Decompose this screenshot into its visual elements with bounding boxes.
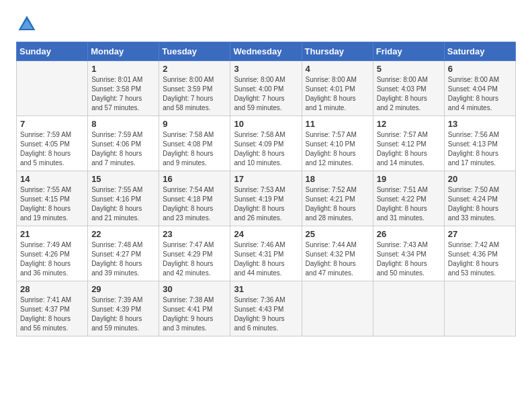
day-number: 25 xyxy=(306,229,369,239)
calendar-week-row: 7Sunrise: 7:59 AMSunset: 4:05 PMDaylight… xyxy=(17,116,516,171)
calendar-cell: 20Sunrise: 7:50 AMSunset: 4:24 PMDayligh… xyxy=(444,171,515,226)
calendar-cell: 7Sunrise: 7:59 AMSunset: 4:05 PMDaylight… xyxy=(17,116,88,171)
weekday-header-row: SundayMondayTuesdayWednesdayThursdayFrid… xyxy=(17,42,516,61)
calendar-cell: 30Sunrise: 7:38 AMSunset: 4:41 PMDayligh… xyxy=(159,281,230,336)
weekday-header-wednesday: Wednesday xyxy=(230,42,302,61)
day-number: 1 xyxy=(91,64,155,74)
cell-content: Sunrise: 7:36 AMSunset: 4:43 PMDaylight:… xyxy=(234,295,298,333)
cell-content: Sunrise: 7:43 AMSunset: 4:34 PMDaylight:… xyxy=(377,240,441,278)
calendar-cell: 23Sunrise: 7:47 AMSunset: 4:29 PMDayligh… xyxy=(159,226,230,281)
calendar-cell: 19Sunrise: 7:51 AMSunset: 4:22 PMDayligh… xyxy=(373,171,444,226)
day-number: 20 xyxy=(448,174,512,184)
page-header xyxy=(16,13,516,35)
day-number: 31 xyxy=(234,284,298,294)
calendar-cell: 6Sunrise: 8:00 AMSunset: 4:04 PMDaylight… xyxy=(444,61,515,116)
calendar-cell: 26Sunrise: 7:43 AMSunset: 4:34 PMDayligh… xyxy=(373,226,444,281)
cell-content: Sunrise: 8:00 AMSunset: 3:59 PMDaylight:… xyxy=(163,75,226,113)
day-number: 9 xyxy=(163,119,226,129)
calendar-cell: 17Sunrise: 7:53 AMSunset: 4:19 PMDayligh… xyxy=(230,171,302,226)
cell-content: Sunrise: 7:48 AMSunset: 4:27 PMDaylight:… xyxy=(91,240,155,278)
calendar-cell: 18Sunrise: 7:52 AMSunset: 4:21 PMDayligh… xyxy=(302,171,373,226)
day-number: 27 xyxy=(448,229,512,239)
calendar-cell: 29Sunrise: 7:39 AMSunset: 4:39 PMDayligh… xyxy=(88,281,159,336)
calendar-cell: 4Sunrise: 8:00 AMSunset: 4:01 PMDaylight… xyxy=(302,61,373,116)
day-number: 7 xyxy=(20,119,84,129)
calendar-cell xyxy=(373,281,444,336)
calendar-cell: 2Sunrise: 8:00 AMSunset: 3:59 PMDaylight… xyxy=(159,61,230,116)
day-number: 3 xyxy=(234,64,298,74)
day-number: 24 xyxy=(234,229,298,239)
calendar-cell: 21Sunrise: 7:49 AMSunset: 4:26 PMDayligh… xyxy=(17,226,88,281)
calendar-cell: 11Sunrise: 7:57 AMSunset: 4:10 PMDayligh… xyxy=(302,116,373,171)
day-number: 5 xyxy=(377,64,441,74)
cell-content: Sunrise: 8:00 AMSunset: 4:01 PMDaylight:… xyxy=(306,75,369,113)
cell-content: Sunrise: 7:57 AMSunset: 4:10 PMDaylight:… xyxy=(306,130,369,168)
weekday-header-sunday: Sunday xyxy=(17,42,88,61)
calendar-cell: 1Sunrise: 8:01 AMSunset: 3:58 PMDaylight… xyxy=(88,61,159,116)
day-number: 4 xyxy=(306,64,369,74)
calendar-week-row: 1Sunrise: 8:01 AMSunset: 3:58 PMDaylight… xyxy=(17,61,516,116)
day-number: 29 xyxy=(91,284,155,294)
day-number: 16 xyxy=(163,174,226,184)
day-number: 18 xyxy=(306,174,369,184)
calendar-cell xyxy=(17,61,88,116)
cell-content: Sunrise: 7:38 AMSunset: 4:41 PMDaylight:… xyxy=(163,295,226,333)
cell-content: Sunrise: 7:56 AMSunset: 4:13 PMDaylight:… xyxy=(448,130,512,168)
cell-content: Sunrise: 7:57 AMSunset: 4:12 PMDaylight:… xyxy=(377,130,441,168)
cell-content: Sunrise: 7:55 AMSunset: 4:15 PMDaylight:… xyxy=(20,185,84,223)
calendar-cell: 3Sunrise: 8:00 AMSunset: 4:00 PMDaylight… xyxy=(230,61,302,116)
day-number: 23 xyxy=(163,229,226,239)
cell-content: Sunrise: 7:39 AMSunset: 4:39 PMDaylight:… xyxy=(91,295,155,333)
weekday-header-tuesday: Tuesday xyxy=(159,42,230,61)
day-number: 13 xyxy=(448,119,512,129)
calendar-cell: 25Sunrise: 7:44 AMSunset: 4:32 PMDayligh… xyxy=(302,226,373,281)
day-number: 11 xyxy=(306,119,369,129)
calendar-week-row: 28Sunrise: 7:41 AMSunset: 4:37 PMDayligh… xyxy=(17,281,516,336)
day-number: 28 xyxy=(20,284,84,294)
day-number: 2 xyxy=(163,64,226,74)
cell-content: Sunrise: 8:01 AMSunset: 3:58 PMDaylight:… xyxy=(91,75,155,113)
cell-content: Sunrise: 7:58 AMSunset: 4:08 PMDaylight:… xyxy=(163,130,226,168)
day-number: 17 xyxy=(234,174,298,184)
calendar-cell: 24Sunrise: 7:46 AMSunset: 4:31 PMDayligh… xyxy=(230,226,302,281)
cell-content: Sunrise: 7:59 AMSunset: 4:05 PMDaylight:… xyxy=(20,130,84,168)
cell-content: Sunrise: 7:47 AMSunset: 4:29 PMDaylight:… xyxy=(163,240,226,278)
cell-content: Sunrise: 8:00 AMSunset: 4:04 PMDaylight:… xyxy=(448,75,512,113)
calendar-cell xyxy=(302,281,373,336)
cell-content: Sunrise: 7:55 AMSunset: 4:16 PMDaylight:… xyxy=(91,185,155,223)
calendar-cell: 12Sunrise: 7:57 AMSunset: 4:12 PMDayligh… xyxy=(373,116,444,171)
calendar-cell: 28Sunrise: 7:41 AMSunset: 4:37 PMDayligh… xyxy=(17,281,88,336)
weekday-header-saturday: Saturday xyxy=(444,42,515,61)
calendar-cell: 5Sunrise: 8:00 AMSunset: 4:03 PMDaylight… xyxy=(373,61,444,116)
cell-content: Sunrise: 7:50 AMSunset: 4:24 PMDaylight:… xyxy=(448,185,512,223)
calendar-cell: 9Sunrise: 7:58 AMSunset: 4:08 PMDaylight… xyxy=(159,116,230,171)
cell-content: Sunrise: 7:58 AMSunset: 4:09 PMDaylight:… xyxy=(234,130,298,168)
cell-content: Sunrise: 7:59 AMSunset: 4:06 PMDaylight:… xyxy=(91,130,155,168)
calendar-cell: 27Sunrise: 7:42 AMSunset: 4:36 PMDayligh… xyxy=(444,226,515,281)
cell-content: Sunrise: 8:00 AMSunset: 4:00 PMDaylight:… xyxy=(234,75,298,113)
calendar-cell: 10Sunrise: 7:58 AMSunset: 4:09 PMDayligh… xyxy=(230,116,302,171)
day-number: 8 xyxy=(91,119,155,129)
cell-content: Sunrise: 7:54 AMSunset: 4:18 PMDaylight:… xyxy=(163,185,226,223)
day-number: 26 xyxy=(377,229,441,239)
day-number: 30 xyxy=(163,284,226,294)
cell-content: Sunrise: 7:44 AMSunset: 4:32 PMDaylight:… xyxy=(306,240,369,278)
calendar-table: SundayMondayTuesdayWednesdayThursdayFrid… xyxy=(16,42,516,336)
calendar-cell: 22Sunrise: 7:48 AMSunset: 4:27 PMDayligh… xyxy=(88,226,159,281)
day-number: 15 xyxy=(91,174,155,184)
day-number: 10 xyxy=(234,119,298,129)
calendar-cell: 14Sunrise: 7:55 AMSunset: 4:15 PMDayligh… xyxy=(17,171,88,226)
day-number: 12 xyxy=(377,119,441,129)
logo xyxy=(16,13,40,35)
weekday-header-thursday: Thursday xyxy=(302,42,373,61)
cell-content: Sunrise: 8:00 AMSunset: 4:03 PMDaylight:… xyxy=(377,75,441,113)
cell-content: Sunrise: 7:53 AMSunset: 4:19 PMDaylight:… xyxy=(234,185,298,223)
cell-content: Sunrise: 7:41 AMSunset: 4:37 PMDaylight:… xyxy=(20,295,84,333)
day-number: 21 xyxy=(20,229,84,239)
calendar-cell: 31Sunrise: 7:36 AMSunset: 4:43 PMDayligh… xyxy=(230,281,302,336)
calendar-cell: 16Sunrise: 7:54 AMSunset: 4:18 PMDayligh… xyxy=(159,171,230,226)
cell-content: Sunrise: 7:51 AMSunset: 4:22 PMDaylight:… xyxy=(377,185,441,223)
calendar-cell xyxy=(444,281,515,336)
calendar-cell: 13Sunrise: 7:56 AMSunset: 4:13 PMDayligh… xyxy=(444,116,515,171)
weekday-header-monday: Monday xyxy=(88,42,159,61)
